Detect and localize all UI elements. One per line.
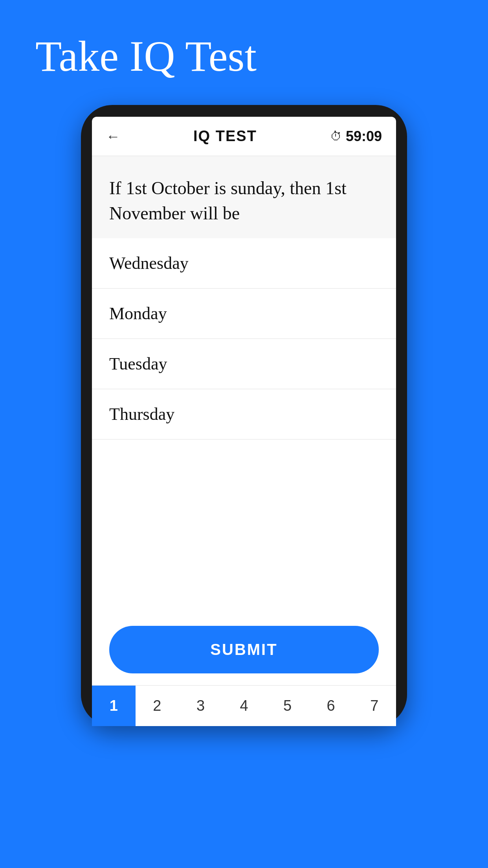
- phone-mockup: ← IQ TEST ⏱ 59:09 If 1st October is sund…: [81, 105, 407, 726]
- answer-item[interactable]: Monday: [92, 289, 396, 339]
- nav-item-2[interactable]: 2: [136, 686, 179, 726]
- answers-area: WednesdayMondayTuesdayThursday: [92, 238, 396, 614]
- nav-item-1[interactable]: 1: [92, 686, 136, 726]
- submit-button[interactable]: SUBMIT: [109, 626, 379, 673]
- nav-item-5[interactable]: 5: [266, 686, 309, 726]
- timer-icon: ⏱: [330, 130, 342, 143]
- question-text: If 1st October is sunday, then 1st Novem…: [109, 176, 379, 226]
- app-title: IQ TEST: [193, 128, 257, 145]
- back-button[interactable]: ←: [106, 128, 120, 145]
- answer-item[interactable]: Wednesday: [92, 238, 396, 289]
- timer-section: ⏱ 59:09: [330, 128, 382, 145]
- answer-item[interactable]: Thursday: [92, 389, 396, 440]
- answer-item[interactable]: Tuesday: [92, 339, 396, 389]
- submit-area: SUBMIT: [92, 614, 396, 685]
- nav-item-4[interactable]: 4: [222, 686, 266, 726]
- page-title: Take IQ Test: [0, 31, 257, 81]
- question-area: If 1st October is sunday, then 1st Novem…: [92, 156, 396, 238]
- nav-item-7[interactable]: 7: [352, 686, 396, 726]
- app-header: ← IQ TEST ⏱ 59:09: [92, 117, 396, 156]
- nav-item-3[interactable]: 3: [179, 686, 222, 726]
- nav-item-6[interactable]: 6: [309, 686, 353, 726]
- timer-value: 59:09: [346, 128, 382, 145]
- phone-screen: ← IQ TEST ⏱ 59:09 If 1st October is sund…: [92, 117, 396, 726]
- question-navigation: 1234567: [92, 685, 396, 726]
